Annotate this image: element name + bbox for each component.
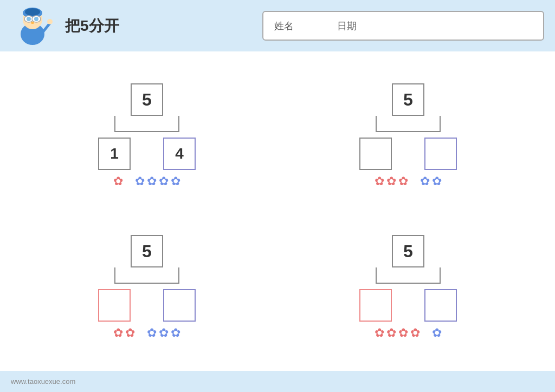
flower-red: ✿ (113, 327, 123, 339)
tree-1-red-flowers: ✿ (113, 175, 123, 187)
branch-right-icon (147, 267, 179, 284)
tree-3-right-box (163, 289, 196, 322)
tree-3-branches (98, 267, 196, 289)
tree-4-flowers: ✿ ✿ ✿ ✿ ✿ (375, 327, 442, 339)
flower-blue: ✿ (147, 327, 157, 339)
flower-blue: ✿ (171, 175, 180, 187)
tree-4-red-flowers: ✿ ✿ ✿ ✿ (375, 327, 420, 339)
svg-point-7 (34, 17, 38, 21)
name-date-box: 姓名 日期 (262, 11, 544, 41)
svg-line-9 (43, 23, 50, 31)
flower-red: ✿ (386, 327, 396, 339)
flower-blue: ✿ (159, 327, 169, 339)
tree-2-bottom-boxes (359, 138, 457, 170)
svg-point-6 (27, 17, 31, 21)
tree-unit-1: 5 1 4 ✿ ✿ ✿ ✿ ✿ (22, 62, 272, 208)
flower-blue: ✿ (432, 327, 442, 339)
flower-red: ✿ (125, 327, 135, 339)
tree-3-top: 5 (131, 235, 163, 267)
tree-1: 5 1 4 (98, 83, 196, 170)
tree-2-top: 5 (392, 83, 424, 116)
flower-red: ✿ (375, 327, 384, 339)
tree-4-branches (359, 267, 457, 289)
tree-1-top: 5 (131, 83, 163, 116)
tree-3-left-box (98, 289, 131, 322)
flower-blue: ✿ (135, 175, 145, 187)
tree-2-blue-flowers: ✿ ✿ (420, 175, 442, 187)
flower-blue: ✿ (432, 175, 442, 187)
branch-left-icon (376, 267, 408, 284)
tree-unit-3: 5 ✿ ✿ ✿ ✿ ✿ (22, 214, 272, 360)
branch-right-icon (147, 116, 179, 132)
tree-2: 5 (359, 83, 457, 170)
flower-blue: ✿ (159, 175, 169, 187)
flower-blue: ✿ (171, 327, 180, 339)
tree-2-left-box (359, 138, 392, 170)
tree-4-blue-flowers: ✿ (432, 327, 442, 339)
flower-red: ✿ (398, 327, 408, 339)
tree-3-red-flowers: ✿ ✿ (113, 327, 135, 339)
tree-1-left-box: 1 (98, 138, 131, 170)
svg-point-10 (47, 19, 53, 24)
name-label: 姓名 (274, 19, 294, 32)
date-label: 日期 (337, 19, 357, 32)
tree-2-branches (359, 116, 457, 138)
tree-3-flowers: ✿ ✿ ✿ ✿ ✿ (113, 327, 180, 339)
tree-1-blue-flowers: ✿ ✿ ✿ ✿ (135, 175, 180, 187)
tree-2-flowers: ✿ ✿ ✿ ✿ ✿ (375, 175, 442, 187)
tree-4-top: 5 (392, 235, 424, 267)
svg-point-8 (31, 22, 34, 24)
main-content: 5 1 4 ✿ ✿ ✿ ✿ ✿ 5 (0, 51, 555, 371)
flower-red: ✿ (113, 175, 123, 187)
footer-url: www.taoxuexue.com (11, 377, 75, 386)
branch-left-icon (114, 267, 147, 284)
tree-4: 5 (359, 235, 457, 322)
tree-4-right-box (424, 289, 457, 322)
branch-left-icon (114, 116, 147, 132)
branch-left-icon (376, 116, 408, 132)
flower-blue: ✿ (420, 175, 430, 187)
mascot-icon (11, 4, 54, 48)
tree-4-bottom-boxes (359, 289, 457, 322)
flower-red: ✿ (386, 175, 396, 187)
tree-3-bottom-boxes (98, 289, 196, 322)
tree-unit-4: 5 ✿ ✿ ✿ ✿ ✿ (283, 214, 533, 360)
tree-1-bottom-boxes: 1 4 (98, 138, 196, 170)
tree-2-red-flowers: ✿ ✿ ✿ (375, 175, 408, 187)
flower-blue: ✿ (147, 175, 157, 187)
flower-red: ✿ (375, 175, 384, 187)
tree-4-left-box (359, 289, 392, 322)
flower-red: ✿ (398, 175, 408, 187)
flower-red: ✿ (410, 327, 420, 339)
page-title: 把5分开 (65, 16, 119, 36)
svg-point-3 (25, 8, 40, 16)
tree-1-right-box: 4 (163, 138, 196, 170)
header: 把5分开 姓名 日期 (0, 0, 555, 51)
branch-right-icon (408, 116, 441, 132)
tree-3: 5 (98, 235, 196, 322)
tree-2-right-box (424, 138, 457, 170)
tree-1-flowers: ✿ ✿ ✿ ✿ ✿ (113, 175, 180, 187)
tree-3-blue-flowers: ✿ ✿ ✿ (147, 327, 180, 339)
branch-right-icon (408, 267, 441, 284)
tree-unit-2: 5 ✿ ✿ ✿ ✿ ✿ (283, 62, 533, 208)
tree-1-branches (98, 116, 196, 138)
footer: www.taoxuexue.com (0, 371, 555, 392)
